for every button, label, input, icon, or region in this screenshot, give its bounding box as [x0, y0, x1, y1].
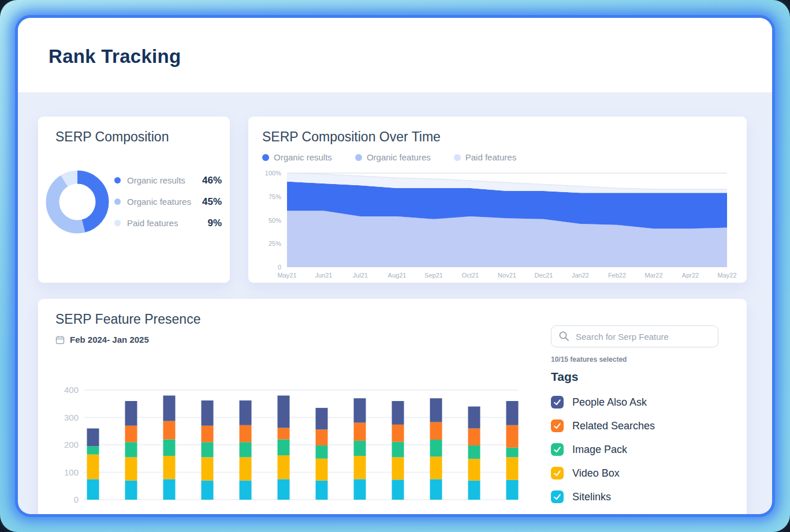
legend-label: Organic features — [367, 152, 431, 162]
legend-value: 46% — [202, 175, 222, 186]
serp-feature-search — [551, 325, 718, 347]
paid-features-dot-icon — [114, 220, 121, 226]
legend-item-organic-features: Organic features 45% — [114, 191, 222, 212]
checkbox-related-searches[interactable] — [551, 419, 564, 432]
svg-text:400: 400 — [64, 385, 79, 395]
legend-item-organic-results: Organic results — [262, 152, 332, 162]
paid-features-dot-icon — [454, 154, 461, 161]
search-icon — [558, 331, 570, 342]
calendar-icon — [55, 335, 65, 344]
svg-text:Jan22: Jan22 — [572, 272, 589, 279]
tags-heading: Tags — [551, 370, 578, 384]
serp-feature-presence-title: SERP Feature Presence — [55, 312, 200, 327]
legend-label: Organic results — [274, 152, 332, 162]
svg-text:50%: 50% — [269, 217, 281, 224]
svg-text:Jul21: Jul21 — [353, 272, 368, 279]
serp-over-time-title: SERP Composition Over Time — [262, 129, 441, 145]
tag-label: Image Pack — [572, 444, 627, 456]
legend-value: 9% — [207, 218, 222, 229]
legend-label: Organic features — [127, 197, 202, 207]
serp-over-time-legend: Organic results Organic features Paid fe… — [262, 152, 516, 162]
svg-text:Oct21: Oct21 — [462, 272, 479, 279]
tag-label: Related Searches — [572, 420, 655, 432]
window-frame: Rank Tracking SERP Composition Organic r… — [0, 0, 790, 532]
svg-text:Jun21: Jun21 — [315, 272, 333, 279]
legend-item-organic-results: Organic results 46% — [114, 170, 222, 191]
svg-text:Feb22: Feb22 — [608, 272, 626, 279]
svg-text:25%: 25% — [269, 240, 281, 247]
tag-video-box[interactable]: Video Box — [551, 467, 620, 479]
svg-text:100%: 100% — [265, 170, 281, 177]
svg-text:Aug21: Aug21 — [388, 272, 407, 279]
serp-composition-card: SERP Composition Organic results 46% Org… — [38, 117, 230, 283]
check-icon — [553, 421, 562, 430]
svg-text:Dec21: Dec21 — [535, 272, 553, 279]
features-selected-summary: 10/15 features selected — [551, 355, 627, 364]
check-icon — [553, 398, 562, 407]
tag-people-also-ask[interactable]: People Also Ask — [551, 396, 647, 409]
serp-over-time-area-chart: 100%75%50%25%0May21Jun21Jul21Aug21Sep21O… — [248, 163, 747, 283]
tag-sitelinks[interactable]: Sitelinks — [551, 490, 611, 503]
organic-features-dot-icon — [114, 198, 121, 205]
legend-item-paid-features: Paid features 9% — [114, 212, 222, 234]
checkbox-people-also-ask[interactable] — [551, 396, 564, 409]
svg-text:200: 200 — [64, 440, 79, 449]
checkbox-sitelinks[interactable] — [551, 490, 564, 503]
checkbox-image-pack[interactable] — [551, 443, 564, 456]
serp-composition-donut-chart — [44, 168, 111, 235]
legend-label: Paid features — [465, 152, 516, 162]
tag-label: Sitelinks — [572, 491, 611, 503]
date-range[interactable]: Feb 2024- Jan 2025 — [55, 335, 149, 344]
tag-related-searches[interactable]: Related Searches — [551, 419, 655, 432]
svg-text:May21: May21 — [277, 272, 296, 279]
organic-features-dot-icon — [355, 154, 362, 161]
legend-item-organic-features: Organic features — [355, 152, 431, 162]
organic-results-dot-icon — [262, 154, 269, 161]
tag-label: People Also Ask — [572, 396, 647, 409]
svg-text:0: 0 — [278, 264, 281, 271]
page-header: Rank Tracking — [18, 18, 772, 92]
svg-text:100: 100 — [64, 467, 79, 477]
serp-feature-presence-card: SERP Feature Presence Feb 2024- Jan 2025… — [38, 299, 747, 514]
svg-text:0: 0 — [74, 494, 79, 504]
svg-text:300: 300 — [64, 413, 79, 422]
svg-text:May22: May22 — [717, 272, 736, 279]
serp-composition-title: SERP Composition — [55, 129, 169, 145]
serp-feature-presence-bar-chart: 4003002001000 — [55, 380, 564, 512]
check-icon — [553, 492, 562, 501]
legend-label: Paid features — [127, 218, 207, 228]
svg-text:Nov21: Nov21 — [498, 272, 516, 279]
svg-text:75%: 75% — [269, 193, 281, 200]
date-range-text: Feb 2024- Jan 2025 — [70, 335, 149, 344]
serp-composition-legend: Organic results 46% Organic features 45%… — [114, 170, 222, 234]
check-icon — [553, 469, 562, 478]
search-input[interactable] — [551, 325, 718, 347]
svg-text:Apr22: Apr22 — [682, 272, 699, 279]
check-icon — [553, 445, 562, 454]
checkbox-video-box[interactable] — [551, 467, 564, 479]
legend-value: 45% — [202, 196, 222, 208]
tag-image-pack[interactable]: Image Pack — [551, 443, 627, 456]
legend-item-paid-features: Paid features — [454, 152, 516, 162]
organic-results-dot-icon — [114, 177, 121, 183]
tag-label: Video Box — [572, 467, 620, 479]
svg-text:Mar22: Mar22 — [644, 272, 662, 279]
app-window: Rank Tracking SERP Composition Organic r… — [18, 18, 772, 514]
svg-text:Sep21: Sep21 — [424, 272, 443, 279]
serp-over-time-card: SERP Composition Over Time Organic resul… — [248, 117, 747, 283]
legend-label: Organic results — [127, 175, 202, 185]
page-title: Rank Tracking — [49, 46, 181, 68]
